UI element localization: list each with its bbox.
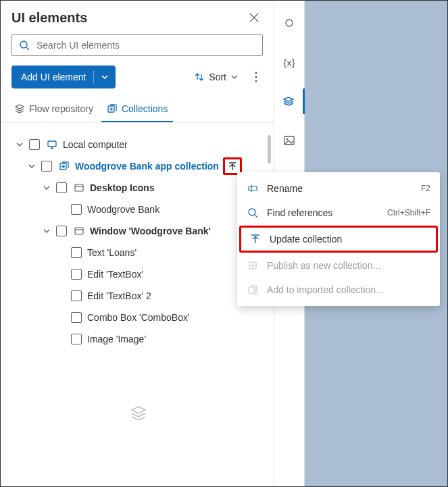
tree-label: Edit 'TextBox' 2 <box>87 290 151 301</box>
context-menu: Rename F2 Find references Ctrl+Shift+F U… <box>237 172 440 306</box>
ui-elements-tree: Local computer Woodgrove Bank app collec… <box>6 134 271 350</box>
menu-item-publish: Publish as new collection... <box>237 253 440 278</box>
checkbox[interactable] <box>71 334 82 344</box>
tree-label: Woodgrove Bank app collection <box>75 161 219 172</box>
publish-icon <box>247 260 259 271</box>
add-ui-element-button[interactable]: Add UI element <box>11 66 116 88</box>
ui-elements-panel: UI elements Add UI element <box>1 1 274 486</box>
chevron-down-icon <box>230 73 239 81</box>
rail-item-variables[interactable]: {x} <box>274 49 305 75</box>
tree-leaf[interactable]: Text 'Loans' <box>6 242 271 263</box>
tree-label: Combo Box 'ComboBox' <box>87 312 190 323</box>
tree-leaf[interactable]: Edit 'TextBox' <box>6 263 271 285</box>
svg-rect-8 <box>75 184 83 191</box>
tab-flow-repository[interactable]: Flow repository <box>9 97 99 122</box>
svg-line-17 <box>255 215 257 217</box>
svg-rect-10 <box>75 228 83 234</box>
window-icon <box>72 226 86 236</box>
search-icon <box>247 207 259 218</box>
sort-icon <box>194 72 205 82</box>
tab-collections[interactable]: Collections <box>101 97 173 122</box>
repository-icon <box>14 103 25 114</box>
close-button[interactable] <box>245 9 263 26</box>
tree-label: Local computer <box>63 139 128 150</box>
tree-node-local-computer[interactable]: Local computer <box>6 134 271 155</box>
tree-label: Woodgrove Bank <box>87 204 159 215</box>
tree-label: Text 'Loans' <box>87 247 136 258</box>
sort-button[interactable]: Sort <box>191 69 241 85</box>
svg-point-13 <box>287 138 289 140</box>
rail-item-copilot[interactable] <box>274 10 305 36</box>
search-icon <box>19 40 35 51</box>
svg-rect-6 <box>48 141 56 147</box>
tree-leaf[interactable]: Woodgrove Bank <box>6 199 271 220</box>
chevron-down-icon[interactable] <box>40 184 53 192</box>
menu-item-find-references[interactable]: Find references Ctrl+Shift+F <box>237 201 440 225</box>
menu-item-update-collection[interactable]: Update collection <box>240 226 437 252</box>
layers-icon <box>6 350 271 423</box>
checkbox[interactable] <box>41 161 52 172</box>
panel-title: UI elements <box>11 10 87 26</box>
search-input[interactable] <box>35 39 255 51</box>
menu-shortcut: Ctrl+Shift+F <box>387 208 430 217</box>
checkbox[interactable] <box>71 269 82 280</box>
svg-point-3 <box>255 76 257 78</box>
menu-item-rename[interactable]: Rename F2 <box>237 176 440 201</box>
svg-point-16 <box>249 209 255 215</box>
menu-item-add-to-imported: Add to imported collection... <box>237 278 440 302</box>
tree-label: Window 'Woodgrove Bank' <box>90 226 211 236</box>
tree-label: Desktop Icons <box>90 182 155 193</box>
chevron-down-icon[interactable] <box>40 227 53 235</box>
add-collection-icon <box>247 284 259 295</box>
scrollbar[interactable] <box>268 135 271 163</box>
tree-node-group[interactable]: Desktop Icons <box>6 177 271 199</box>
chevron-down-icon[interactable] <box>13 140 26 149</box>
menu-shortcut: F2 <box>421 184 430 193</box>
rail-item-ui-elements[interactable] <box>274 88 305 114</box>
search-input-wrapper[interactable] <box>11 34 263 56</box>
menu-label: Update collection <box>270 234 342 245</box>
svg-rect-14 <box>249 186 257 190</box>
upload-icon <box>249 234 262 245</box>
menu-label: Add to imported collection... <box>267 284 384 295</box>
window-icon <box>72 182 86 193</box>
svg-point-4 <box>255 80 257 82</box>
svg-point-0 <box>20 41 27 48</box>
menu-label: Publish as new collection... <box>267 260 380 271</box>
svg-point-2 <box>255 72 257 74</box>
tree-leaf[interactable]: Edit 'TextBox' 2 <box>6 285 271 307</box>
checkbox[interactable] <box>71 204 82 215</box>
tree-node-group[interactable]: Window 'Woodgrove Bank' <box>6 220 271 242</box>
tabs: Flow repository Collections <box>1 97 274 123</box>
rail-item-images[interactable] <box>274 128 305 153</box>
menu-label: Rename <box>267 183 303 194</box>
monitor-icon <box>45 139 59 150</box>
checkbox[interactable] <box>29 139 40 150</box>
checkbox[interactable] <box>71 290 82 301</box>
checkbox[interactable] <box>71 247 82 258</box>
tree-node-collection[interactable]: Woodgrove Bank app collection <box>6 155 271 177</box>
svg-line-1 <box>26 47 29 50</box>
chevron-down-icon[interactable] <box>25 162 39 170</box>
menu-label: Find references <box>267 207 332 218</box>
tree-label: Edit 'TextBox' <box>87 269 143 280</box>
add-ui-element-dropdown[interactable] <box>94 66 116 88</box>
tree-leaf[interactable]: Combo Box 'ComboBox' <box>6 307 271 328</box>
checkbox[interactable] <box>56 226 67 236</box>
tree-label: Image 'Image' <box>87 334 146 344</box>
checkbox[interactable] <box>71 312 82 323</box>
tree-leaf[interactable]: Image 'Image' <box>6 328 271 350</box>
rename-icon <box>247 183 259 194</box>
collections-icon <box>107 103 118 114</box>
collection-icon <box>57 161 71 172</box>
more-button[interactable] <box>249 69 263 85</box>
checkbox[interactable] <box>56 182 67 193</box>
